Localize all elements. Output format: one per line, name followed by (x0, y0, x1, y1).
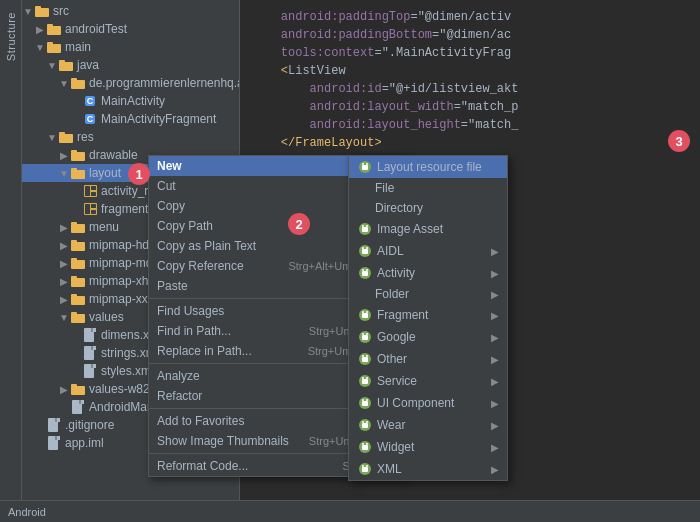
svg-point-67 (366, 247, 368, 249)
code-line: android:paddingBottom="@dimen/ac (252, 26, 688, 44)
svg-point-86 (362, 377, 364, 379)
folder-icon (70, 165, 86, 181)
submenu-item-service[interactable]: Service▶ (349, 370, 507, 392)
tree-item-MainActivity[interactable]: CMainActivity (22, 92, 239, 110)
svg-rect-30 (71, 278, 85, 287)
tree-arrow-res: ▼ (46, 132, 58, 143)
svg-rect-2 (47, 26, 61, 35)
java-icon: C (82, 93, 98, 109)
tree-arrow-values-w820: ▶ (58, 384, 70, 395)
file-icon (82, 363, 98, 379)
tree-item-androidTest[interactable]: ▶androidTest (22, 20, 239, 38)
svg-rect-54 (56, 436, 60, 440)
submenu-item-other[interactable]: Other▶ (349, 348, 507, 370)
submenu-item-xml[interactable]: XML▶ (349, 458, 507, 480)
tree-arrow-mipmap-hdp: ▶ (58, 240, 70, 251)
submenu-item-folder[interactable]: Folder▶ (349, 284, 507, 304)
tree-arrow-mipmap-xhd: ▶ (58, 276, 70, 287)
svg-rect-65 (362, 249, 368, 254)
tree-arrow-layout: ▼ (58, 168, 70, 179)
tree-item-main[interactable]: ▼main (22, 38, 239, 56)
svg-rect-28 (71, 260, 85, 269)
menu-item-label-copy: Copy (157, 199, 185, 213)
folder-icon (70, 237, 86, 253)
svg-rect-37 (92, 328, 96, 332)
submenu-label-widget: Widget (377, 440, 414, 454)
svg-point-82 (362, 355, 364, 357)
svg-rect-12 (71, 152, 85, 161)
folder-icon (70, 147, 86, 163)
submenu-item-wear[interactable]: Wear▶ (349, 414, 507, 436)
submenu-item-fragment[interactable]: Fragment▶ (349, 304, 507, 326)
svg-rect-69 (362, 271, 368, 276)
closing-tag: </FrameLayout> (252, 134, 688, 152)
bottom-bar-label: Android (8, 506, 46, 518)
submenu-label-xml: XML (377, 462, 402, 476)
code-line: android:layout_width="match_p (252, 98, 688, 116)
submenu-arrow-widget: ▶ (491, 442, 499, 453)
submenu-icon-activity (357, 265, 373, 281)
tree-label-menu: menu (89, 220, 119, 234)
file-icon (82, 345, 98, 361)
submenu-icon-layout-resource (357, 159, 373, 175)
folder-icon (58, 57, 74, 73)
tree-item-res[interactable]: ▼res (22, 128, 239, 146)
submenu-item-image-asset[interactable]: Image Asset (349, 218, 507, 240)
submenu-label-directory: Directory (375, 201, 423, 215)
submenu-icon-widget (357, 439, 373, 455)
menu-item-label-show-images: Show Image Thumbnails (157, 434, 289, 448)
tree-item-MainActivityFragment[interactable]: CMainActivityFragment (22, 110, 239, 128)
svg-rect-61 (362, 227, 368, 232)
svg-rect-31 (71, 276, 77, 279)
svg-rect-81 (362, 357, 368, 362)
tree-label-gitignore: .gitignore (65, 418, 114, 432)
svg-rect-13 (71, 150, 77, 153)
svg-rect-8 (71, 80, 85, 89)
tree-label-values: values (89, 310, 124, 324)
svg-rect-33 (71, 294, 77, 297)
svg-rect-0 (35, 8, 49, 17)
svg-point-91 (366, 399, 368, 401)
tree-item-src[interactable]: ▼src (22, 2, 239, 20)
submenu-item-google[interactable]: Google▶ (349, 326, 507, 348)
tree-label-res: res (77, 130, 94, 144)
code-line: android:layout_height="match_ (252, 116, 688, 134)
submenu-icon-wear (357, 417, 373, 433)
code-line: android:id="@+id/listview_akt (252, 80, 688, 98)
tree-arrow-drawable: ▶ (58, 150, 70, 161)
layout-icon (82, 201, 98, 217)
submenu-label-google: Google (377, 330, 416, 344)
submenu-item-activity[interactable]: Activity▶ (349, 262, 507, 284)
submenu-item-ui-component[interactable]: UI Component▶ (349, 392, 507, 414)
submenu-label-wear: Wear (377, 418, 405, 432)
tree-label-src: src (53, 4, 69, 18)
svg-rect-43 (92, 364, 96, 368)
submenu-icon-xml (357, 461, 373, 477)
svg-point-102 (362, 465, 364, 467)
tree-arrow-package: ▼ (58, 78, 70, 89)
submenu-arrow-google: ▶ (491, 332, 499, 343)
svg-point-59 (366, 163, 368, 165)
svg-rect-25 (71, 222, 77, 225)
file-icon (82, 327, 98, 343)
submenu-item-directory[interactable]: Directory (349, 198, 507, 218)
submenu[interactable]: Layout resource fileFileDirectoryImage A… (348, 155, 508, 481)
submenu-label-other: Other (377, 352, 407, 366)
svg-rect-19 (91, 192, 96, 196)
submenu-icon-aidl (357, 243, 373, 259)
tree-item-package[interactable]: ▼de.programmierenlernenhq.aktiehq.app (22, 74, 239, 92)
submenu-item-widget[interactable]: Widget▶ (349, 436, 507, 458)
submenu-item-file[interactable]: File (349, 178, 507, 198)
tree-item-java[interactable]: ▼java (22, 56, 239, 74)
svg-rect-22 (91, 204, 96, 208)
submenu-arrow-other: ▶ (491, 354, 499, 365)
file-icon (46, 417, 62, 433)
code-line: tools:context=".MainActivityFrag (252, 44, 688, 62)
menu-item-label-add-favorites: Add to Favorites (157, 414, 244, 428)
menu-item-label-copy-ref: Copy Reference (157, 259, 244, 273)
tree-label-androidTest: androidTest (65, 22, 127, 36)
submenu-item-layout-resource[interactable]: Layout resource file (349, 156, 507, 178)
submenu-item-aidl[interactable]: AIDL▶ (349, 240, 507, 262)
svg-rect-32 (71, 296, 85, 305)
tree-label-drawable: drawable (89, 148, 138, 162)
